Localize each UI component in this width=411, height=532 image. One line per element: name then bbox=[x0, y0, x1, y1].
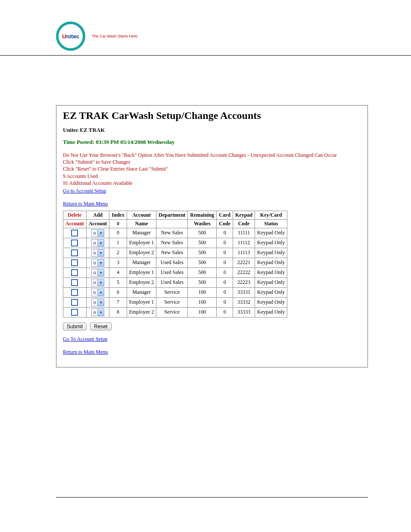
submit-button[interactable]: Submit bbox=[63, 323, 87, 330]
cell-status: Keypad Only bbox=[255, 258, 287, 268]
delete-checkbox[interactable] bbox=[71, 230, 78, 236]
cell-card: 0 bbox=[217, 248, 233, 258]
accounts-used: 9 Accounts Used bbox=[63, 173, 361, 180]
hint-submit: Click "Submit" to Save Changes bbox=[63, 159, 361, 165]
link-goto-account-setup-bottom[interactable]: Go To Account Setup bbox=[63, 336, 107, 342]
cell-dept: Service bbox=[156, 297, 188, 307]
cell-washes: 100 bbox=[188, 297, 217, 307]
delete-checkbox[interactable] bbox=[71, 309, 78, 316]
cell-name: Manager bbox=[127, 258, 156, 268]
table-row: 0▾3ManagerUsed Sales500022221Keypad Only bbox=[63, 258, 287, 268]
delete-checkbox[interactable] bbox=[71, 249, 78, 256]
cell-card: 0 bbox=[217, 268, 233, 277]
col-keypad: Keypad bbox=[233, 211, 255, 219]
col-keycard-2: Status bbox=[255, 219, 287, 228]
cell-name: Employee 1 bbox=[127, 238, 156, 248]
cell-status: Keypad Only bbox=[255, 228, 287, 238]
cell-index: 8 bbox=[109, 307, 127, 317]
cell-keypad: 11111 bbox=[233, 228, 255, 238]
dropdown-value: 0 bbox=[92, 230, 98, 236]
cell-card: 0 bbox=[217, 277, 233, 287]
cell-index: 4 bbox=[109, 268, 127, 277]
chevron-down-icon: ▾ bbox=[97, 240, 104, 246]
col-keypad-2: Code bbox=[233, 219, 255, 228]
cell-card: 0 bbox=[217, 238, 233, 248]
accounts-available: 91 Additional Accounts Available bbox=[63, 180, 361, 187]
footer-rule bbox=[56, 497, 368, 498]
add-account-dropdown[interactable]: 0▾ bbox=[91, 249, 105, 257]
cell-washes: 500 bbox=[188, 248, 217, 258]
cell-dept: Used Sales bbox=[156, 268, 188, 277]
delete-checkbox[interactable] bbox=[71, 269, 78, 276]
cell-status: Keypad Only bbox=[255, 287, 287, 297]
table-row: 0▾4Employee 1Used Sales500022222Keypad O… bbox=[63, 268, 287, 277]
cell-washes: 500 bbox=[188, 277, 217, 287]
col-add: Add bbox=[86, 211, 109, 219]
add-account-dropdown[interactable]: 0▾ bbox=[91, 299, 105, 306]
cell-washes: 500 bbox=[188, 228, 217, 238]
cell-washes: 100 bbox=[188, 287, 217, 297]
delete-checkbox[interactable] bbox=[71, 279, 78, 286]
cell-washes: 500 bbox=[188, 268, 217, 277]
cell-index: 7 bbox=[109, 297, 127, 307]
chevron-down-icon: ▾ bbox=[97, 309, 104, 316]
logo-tagline: The Car Wash Starts Here. bbox=[92, 34, 138, 38]
warning-back-button: Do Not Use Your Browser's "Back" Option … bbox=[63, 152, 361, 159]
cell-keypad: 22223 bbox=[233, 277, 255, 287]
delete-checkbox[interactable] bbox=[71, 240, 78, 246]
cell-washes: 100 bbox=[188, 307, 217, 317]
cell-name: Manager bbox=[127, 287, 156, 297]
col-card-2: Code bbox=[217, 219, 233, 228]
add-account-dropdown[interactable]: 0▾ bbox=[91, 229, 105, 237]
time-posted: Time Posted: 03:39 PM 05/14/2008 Wednesd… bbox=[63, 139, 361, 146]
cell-keypad: 33331 bbox=[233, 287, 255, 297]
cell-name: Employee 1 bbox=[127, 268, 156, 277]
cell-index: 0 bbox=[109, 228, 127, 238]
accounts-table: Delete Add Index Account Department Rema… bbox=[63, 211, 287, 317]
cell-status: Keypad Only bbox=[255, 297, 287, 307]
cell-washes: 500 bbox=[188, 258, 217, 268]
dropdown-value: 0 bbox=[92, 249, 98, 256]
col-account: Account bbox=[127, 211, 156, 219]
table-row: 0▾0ManagerNew Sales500011111Keypad Only bbox=[63, 228, 287, 238]
col-delete: Delete bbox=[63, 211, 87, 219]
dropdown-value: 0 bbox=[92, 299, 98, 306]
cell-index: 1 bbox=[109, 238, 127, 248]
cell-dept: New Sales bbox=[156, 228, 188, 238]
cell-keypad: 11112 bbox=[233, 238, 255, 248]
chevron-down-icon: ▾ bbox=[97, 279, 104, 286]
cell-index: 2 bbox=[109, 248, 127, 258]
add-account-dropdown[interactable]: 0▾ bbox=[91, 279, 105, 286]
chevron-down-icon: ▾ bbox=[97, 299, 104, 306]
col-index: Index bbox=[109, 211, 127, 219]
delete-checkbox[interactable] bbox=[71, 289, 78, 296]
page-title: EZ TRAK CarWash Setup/Change Accounts bbox=[63, 110, 361, 121]
content-frame: EZ TRAK CarWash Setup/Change Accounts Un… bbox=[56, 105, 368, 367]
add-account-dropdown[interactable]: 0▾ bbox=[91, 239, 105, 247]
page-header: Unitec The Car Wash Starts Here. bbox=[0, 0, 411, 56]
col-keycard: Key/Card bbox=[255, 211, 287, 219]
delete-checkbox[interactable] bbox=[71, 299, 78, 306]
col-delete-2: Account bbox=[63, 219, 87, 228]
cell-name: Manager bbox=[127, 228, 156, 238]
add-account-dropdown[interactable]: 0▾ bbox=[91, 259, 105, 267]
link-return-main-menu-top[interactable]: Return to Main Menu bbox=[63, 201, 108, 207]
reset-button[interactable]: Reset bbox=[90, 323, 111, 330]
add-account-dropdown[interactable]: 0▾ bbox=[91, 289, 105, 296]
col-add-2: Account bbox=[86, 219, 109, 228]
cell-status: Keypad Only bbox=[255, 307, 287, 317]
cell-keypad: 11113 bbox=[233, 248, 255, 258]
col-index-2: # bbox=[109, 219, 127, 228]
delete-checkbox[interactable] bbox=[71, 259, 78, 266]
table-row: 0▾1Employee 1New Sales500011112Keypad On… bbox=[63, 238, 287, 248]
link-return-main-menu-bottom[interactable]: Return to Main Menu bbox=[63, 349, 108, 355]
link-goto-account-setup-top[interactable]: Go to Account Setup bbox=[63, 188, 106, 194]
add-account-dropdown[interactable]: 0▾ bbox=[91, 308, 105, 316]
cell-card: 0 bbox=[217, 228, 233, 238]
logo-wordmark: Unitec bbox=[62, 33, 79, 40]
cell-name: Employee 1 bbox=[127, 297, 156, 307]
add-account-dropdown[interactable]: 0▾ bbox=[91, 269, 105, 277]
col-department: Department bbox=[156, 211, 188, 219]
cell-keypad: 33333 bbox=[233, 307, 255, 317]
table-header-row-2: Account Account # Name Washes Code Code … bbox=[63, 219, 287, 228]
